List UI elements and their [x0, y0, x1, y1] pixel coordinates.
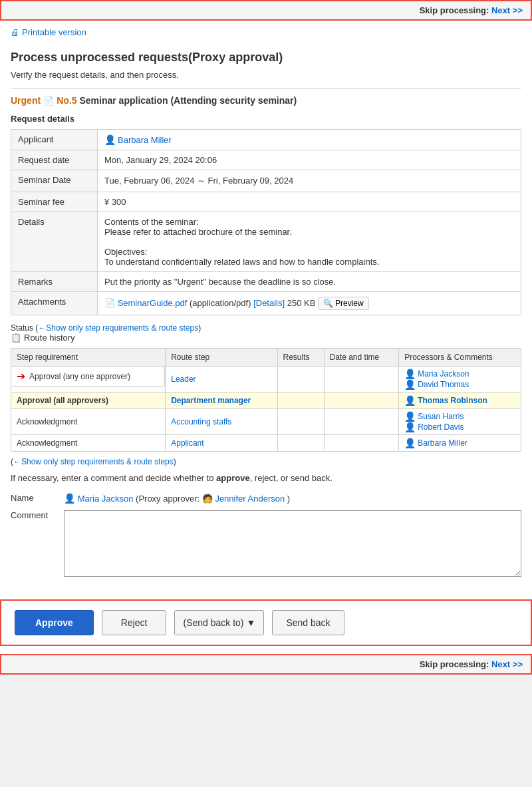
results-cell — [277, 435, 324, 452]
robert-davis-link[interactable]: 👤 Robert Davis — [404, 422, 464, 432]
comment-section: If necessary, enter a comment and decide… — [11, 473, 521, 582]
thomas-robinson-link[interactable]: 👤 Thomas Robinson — [404, 395, 487, 406]
request-date-row: Request date Mon, January 29, 2024 20:06 — [11, 150, 521, 170]
list-item: 👤 Susan Harris — [404, 411, 515, 422]
col-step-req: Step requirement — [11, 349, 166, 367]
col-results: Results — [277, 349, 324, 367]
comment-textarea[interactable] — [64, 510, 521, 577]
current-arrow-icon: ➔ — [17, 370, 25, 383]
comment-row: Comment — [11, 507, 521, 582]
applicant-link[interactable]: 👤 Barbara Miller — [104, 134, 172, 145]
remarks-row: Remarks Put the priority as "Urgent" bec… — [11, 272, 521, 292]
applicant-value: 👤 Barbara Miller — [98, 130, 521, 150]
route-history-icon: 📋 — [11, 333, 21, 343]
processor-name: Susan Harris — [418, 412, 464, 421]
details-label: Details — [11, 212, 98, 272]
david-thomas-link[interactable]: 👤 David Thomas — [404, 379, 469, 390]
applicant-name: Barbara Miller — [118, 135, 172, 145]
show-steps-link-top[interactable]: ←Show only step requirements & route ste… — [38, 323, 198, 333]
maria-jackson-name-link[interactable]: Maria Jackson — [78, 494, 134, 504]
request-details-table: Applicant 👤 Barbara Miller Request date … — [11, 129, 521, 315]
user-icon: 👤 — [404, 379, 416, 390]
printer-icon: 🖨 — [11, 27, 19, 37]
step-req-cell: Acknowledgment — [11, 435, 166, 452]
susan-harris-link[interactable]: 👤 Susan Harris — [404, 411, 464, 422]
name-value: 👤 Maria Jackson (Proxy approver: 🧑 Jenni… — [64, 490, 521, 507]
printable-label: Printable version — [22, 27, 86, 37]
col-route-step: Route step — [166, 349, 277, 367]
accounting-staffs-link[interactable]: Accounting staffs — [171, 417, 231, 426]
user-icon: 👤 — [404, 438, 416, 448]
skip-label: Skip processing: — [420, 5, 489, 15]
route-step-cell: Department manager — [166, 393, 277, 409]
applicant-label: Applicant — [11, 130, 98, 150]
list-item: 👤 Maria Jackson — [404, 369, 515, 379]
list-item: 👤 David Thomas — [404, 379, 515, 390]
user-icon: 👤 — [404, 395, 416, 406]
show-steps-link-bottom[interactable]: ←Show only step requirements & route ste… — [13, 457, 174, 466]
attachments-value: 📄 SeminarGuide.pdf (application/pdf) [De… — [98, 292, 521, 315]
route-step-cell: Applicant — [166, 435, 277, 452]
send-back-to-button[interactable]: (Send back to) ▼ — [174, 610, 264, 635]
user-icon: 👤 — [104, 134, 116, 145]
seminar-fee-value: ¥ 300 — [98, 192, 521, 212]
request-date-value: Mon, January 29, 2024 20:06 — [98, 150, 521, 170]
leader-link[interactable]: Leader — [171, 375, 196, 384]
barbara-miller-link[interactable]: 👤 Barbara Miller — [404, 438, 467, 448]
seminar-date-row: Seminar Date Tue, February 06, 2024 ～ Fr… — [11, 170, 521, 192]
printable-link[interactable]: 🖨 Printable version — [11, 27, 86, 37]
processor-name: Maria Jackson — [418, 369, 469, 379]
status-links-bottom: (←Show only step requirements & route st… — [11, 457, 521, 466]
file-icon: 📄 — [104, 298, 115, 308]
bottom-next-link[interactable]: Next >> — [491, 659, 523, 669]
urgent-label: Urgent — [11, 95, 41, 106]
proxy-name: Jennifer Anderson — [215, 494, 285, 504]
route-history-label: 📋 Route history — [11, 333, 521, 343]
route-history-text: Route history — [24, 333, 75, 343]
seminar-date-label: Seminar Date — [11, 170, 98, 192]
comment-label: Comment — [11, 507, 64, 582]
user-icon: 👤 — [404, 411, 416, 422]
results-cell — [277, 367, 324, 393]
attachments-label: Attachments — [11, 292, 98, 315]
step-req-cell: Acknowledgment — [11, 409, 166, 435]
preview-button[interactable]: 🔍 Preview — [318, 297, 369, 310]
processors-cell: 👤 Barbara Miller — [399, 435, 521, 452]
top-skip-bar: Skip processing: Next >> — [0, 0, 532, 21]
col-processors: Processors & Comments — [399, 349, 521, 367]
attachment-link[interactable]: SeminarGuide.pdf — [118, 298, 188, 308]
route-step-cell: Accounting staffs — [166, 409, 277, 435]
dept-manager-link[interactable]: Department manager — [171, 396, 251, 405]
request-title-bar: Urgent 📄 No.5 Seminar application (Atten… — [11, 95, 521, 106]
step-req-cell: Approval (all approvers) — [11, 393, 166, 409]
top-next-link[interactable]: Next >> — [491, 5, 523, 15]
proxy-info: (Proxy approver: — [136, 494, 202, 504]
col-datetime: Date and time — [324, 349, 399, 367]
skip-label-bottom: Skip processing: — [420, 659, 489, 669]
top-skip-text: Skip processing: Next >> — [420, 5, 523, 15]
seminar-title: Seminar application (Attending security … — [79, 95, 297, 106]
action-bar: Approve Reject (Send back to) ▼ Send bac… — [0, 599, 532, 646]
name-row: Name 👤 Maria Jackson (Proxy approver: 🧑 … — [11, 490, 521, 507]
table-row: Acknowledgment Accounting staffs 👤 Susan… — [11, 409, 521, 435]
results-cell — [277, 409, 324, 435]
approve-button[interactable]: Approve — [15, 610, 94, 635]
status-links-top: Status (←Show only step requirements & r… — [11, 323, 521, 333]
datetime-cell — [324, 435, 399, 452]
proxy-name-link[interactable]: Jennifer Anderson — [215, 494, 285, 504]
remarks-value: Put the priority as "Urgent" because the… — [98, 272, 521, 292]
maria-jackson-link[interactable]: 👤 Maria Jackson — [404, 369, 469, 379]
table-row: Acknowledgment Applicant 👤 Barbara Mille… — [11, 435, 521, 452]
form-table: Name 👤 Maria Jackson (Proxy approver: 🧑 … — [11, 490, 521, 582]
attachment-details-link[interactable]: [Details] — [253, 298, 285, 308]
list-item: 👤 Barbara Miller — [404, 438, 515, 448]
reject-button[interactable]: Reject — [102, 610, 167, 635]
applicant-route-link[interactable]: Applicant — [171, 438, 203, 448]
chevron-down-icon: ▼ — [247, 617, 256, 628]
datetime-cell — [324, 409, 399, 435]
send-back-button[interactable]: Send back — [272, 610, 344, 635]
seminar-fee-row: Seminar fee ¥ 300 — [11, 192, 521, 212]
seminar-fee-label: Seminar fee — [11, 192, 98, 212]
request-details-section-title: Request details — [11, 114, 521, 124]
subtitle: Verify the request details, and then pro… — [11, 70, 521, 80]
